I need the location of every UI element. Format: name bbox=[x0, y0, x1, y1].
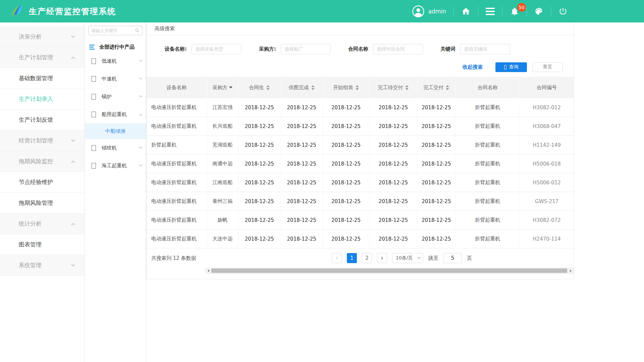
prev-page-button[interactable]: ‹ bbox=[332, 253, 342, 263]
sort-icon[interactable] bbox=[446, 85, 449, 90]
sidebar-item-图表管理[interactable]: 图表管理 bbox=[0, 234, 85, 255]
table-cell: 芜湖造船 bbox=[207, 136, 238, 154]
sidebar-item-生产计划录入[interactable]: 生产计划录入 bbox=[0, 89, 85, 110]
chevron-down-icon bbox=[139, 145, 143, 149]
sidebar-item-基础数据管理[interactable]: 基础数据管理 bbox=[0, 68, 85, 89]
chevron-down-icon bbox=[139, 163, 143, 167]
sidebar-item-拖期风险管理[interactable]: 拖期风险管理 bbox=[0, 193, 85, 214]
column-header-label: 完工交付 bbox=[423, 84, 443, 91]
sort-icon[interactable] bbox=[266, 85, 270, 90]
sidebar-item-决策分析[interactable]: 决策分析 bbox=[0, 26, 85, 47]
column-header-合同编号[interactable]: 合同编号 bbox=[520, 77, 574, 98]
query-icon bbox=[504, 65, 506, 69]
table-cell: 江南造船 bbox=[207, 173, 238, 192]
table-cell: 2018-12-25 bbox=[281, 173, 323, 192]
divider bbox=[527, 7, 527, 16]
table-row[interactable]: 电动液压折臂起重机江苏宏强2018-12-252018-12-252018-12… bbox=[147, 98, 574, 117]
filter-input-1[interactable] bbox=[281, 44, 331, 54]
app-logo-icon bbox=[9, 3, 25, 19]
column-header-label: 合同名称 bbox=[478, 84, 498, 91]
page-size-select[interactable]: 10条/页 bbox=[392, 253, 423, 263]
tree-root-all-products[interactable]: 全部进行中产品 bbox=[85, 44, 146, 50]
scroll-right-icon[interactable] bbox=[568, 268, 573, 273]
jump-to-label: 跳至 bbox=[428, 255, 438, 261]
table-cell: 2018-12-25 bbox=[323, 98, 370, 117]
table-cell: 南通中远 bbox=[207, 155, 238, 173]
column-header-完工交付[interactable]: 完工交付 bbox=[417, 77, 455, 98]
table-cell: 电动液压折臂起重机 bbox=[147, 230, 207, 248]
tree-node-锚绞机[interactable]: 锚绞机 bbox=[85, 139, 146, 157]
table-cell: 泰州三福 bbox=[207, 192, 238, 210]
tree-node-中船绿洲[interactable]: 中船绿洲 bbox=[85, 123, 146, 139]
sort-icon[interactable] bbox=[356, 85, 359, 90]
column-header-开始组装[interactable]: 开始组装 bbox=[323, 77, 370, 98]
column-header-采购方[interactable]: 采购方 bbox=[207, 77, 238, 98]
bell-icon[interactable]: 50 bbox=[510, 7, 519, 16]
filter-input-3[interactable] bbox=[460, 44, 510, 54]
column-header-合同生[interactable]: 合同生 bbox=[238, 77, 281, 98]
tree-search-input[interactable] bbox=[91, 28, 135, 33]
tree-node-中速机[interactable]: 中速机 bbox=[85, 70, 146, 88]
sidebar-item-生产计划反馈[interactable]: 生产计划反馈 bbox=[0, 110, 85, 130]
table-row[interactable]: 电动液压折臂起重机长兴造船2018-12-252018-12-252018-12… bbox=[147, 117, 574, 136]
horizontal-scrollbar[interactable] bbox=[206, 268, 574, 274]
next-page-button[interactable]: › bbox=[377, 253, 387, 263]
tree-node-低速机[interactable]: 低速机 bbox=[85, 52, 146, 70]
tree-node-label: 海工起重机 bbox=[102, 163, 127, 169]
filter-input-0[interactable] bbox=[192, 44, 241, 54]
sidebar-item-生产计划管理[interactable]: 生产计划管理 bbox=[0, 47, 85, 68]
table-row[interactable]: 电动液压折臂起重机江南造船2018-12-252018-12-252018-12… bbox=[147, 173, 574, 192]
sidebar-item-拖期风险监控[interactable]: 拖期风险监控 bbox=[0, 151, 85, 172]
table-cell: 2018-12-25 bbox=[417, 192, 455, 210]
filter-icon[interactable] bbox=[229, 86, 232, 88]
table-cell: 2018-12-25 bbox=[370, 192, 418, 210]
search-icon[interactable] bbox=[135, 28, 140, 33]
sort-icon[interactable] bbox=[311, 85, 315, 90]
page-button-1[interactable]: 1 bbox=[347, 253, 357, 263]
filter-group-0: 设备名称: bbox=[165, 44, 241, 54]
table-cell: 2018-12-25 bbox=[417, 173, 455, 192]
collapse-search-link[interactable]: 收起搜索 bbox=[463, 64, 483, 70]
sidebar-item-经营计划管理[interactable]: 经营计划管理 bbox=[0, 130, 85, 151]
filter-input-2[interactable] bbox=[373, 44, 423, 54]
tree-node-船用起重机[interactable]: 船用起重机 bbox=[85, 106, 146, 123]
column-header-完工待交付[interactable]: 完工待交付 bbox=[369, 77, 417, 98]
chevron-down-icon bbox=[71, 262, 75, 266]
tree-node-锅炉[interactable]: 锅炉 bbox=[85, 88, 146, 106]
table-row[interactable]: 电动液压折臂起重机扬帆2018-12-252018-12-252018-12-2… bbox=[147, 211, 574, 230]
table-row[interactable]: 折臂起重机芜湖造船2018-12-252018-12-252018-12-252… bbox=[147, 136, 574, 155]
table-row[interactable]: 电动液压折臂起重机大连中远2018-12-252018-12-252018-12… bbox=[147, 230, 574, 248]
table-row[interactable]: 电动液压折臂起重机泰州三福2018-12-252018-12-252018-12… bbox=[147, 192, 574, 211]
sort-asc-icon bbox=[405, 85, 409, 87]
sidebar-item-系统管理[interactable]: 系统管理 bbox=[0, 255, 85, 276]
user-menu[interactable]: admin bbox=[412, 5, 446, 17]
reset-button[interactable]: 重置 bbox=[532, 62, 563, 72]
table-cell: 2018-12-25 bbox=[323, 192, 370, 210]
column-header-设备名称[interactable]: 设备名称 bbox=[147, 77, 207, 98]
sort-desc-icon bbox=[266, 88, 270, 90]
chevron-up-icon bbox=[71, 57, 75, 60]
sidebar-item-节点经验维护[interactable]: 节点经验维护 bbox=[0, 172, 85, 193]
query-button[interactable]: 查询 bbox=[495, 62, 527, 72]
tree-node-海工起重机[interactable]: 海工起重机 bbox=[85, 157, 146, 175]
table-cell: 折臂起重机 bbox=[455, 136, 520, 154]
table-cell: 2018-12-25 bbox=[417, 136, 455, 154]
page-button-2[interactable]: 2 bbox=[362, 253, 372, 263]
advanced-search-title[interactable]: 高级搜索 bbox=[155, 25, 175, 32]
home-icon[interactable] bbox=[461, 7, 471, 16]
power-icon[interactable] bbox=[558, 7, 568, 16]
sort-asc-icon bbox=[311, 85, 315, 87]
column-header-供图完成[interactable]: 供图完成 bbox=[281, 77, 323, 98]
table-cell: 折臂起重机 bbox=[455, 155, 520, 173]
table-row[interactable]: 电动液压折臂起重机南通中远2018-12-252018-12-252018-12… bbox=[147, 155, 574, 173]
sort-icon[interactable] bbox=[405, 85, 409, 90]
column-header-合同名称[interactable]: 合同名称 bbox=[455, 77, 520, 98]
table-cell: 2018-12-25 bbox=[238, 211, 281, 229]
table-cell: 2018-12-25 bbox=[323, 155, 370, 173]
scroll-left-icon[interactable] bbox=[206, 268, 211, 273]
sidebar-item-统计分析[interactable]: 统计分析 bbox=[0, 214, 85, 234]
jump-page-input[interactable] bbox=[443, 253, 462, 263]
palette-icon[interactable] bbox=[534, 7, 543, 16]
scrollbar-thumb[interactable] bbox=[211, 268, 567, 273]
menu-icon[interactable] bbox=[486, 8, 495, 15]
